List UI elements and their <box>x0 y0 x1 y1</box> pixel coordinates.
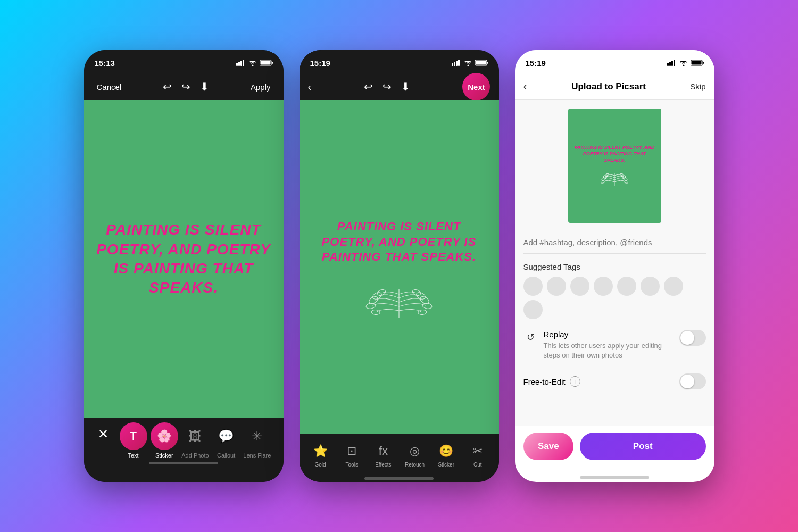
tool-retouch-label: Retouch <box>405 462 425 468</box>
tools-1: T Text 🌸 Sticker 🖼 Add Photo 💬 Callout ✳ <box>113 422 278 459</box>
replay-toggle[interactable] <box>679 330 706 346</box>
signal-icon-3 <box>667 60 677 66</box>
preview-canvas-text: PAINTING IS SILENT POETRY, AND POETRY IS… <box>568 140 661 168</box>
back-icon-2[interactable]: ‹ <box>308 81 312 93</box>
svg-rect-26 <box>671 61 673 66</box>
tag-4[interactable] <box>594 277 613 296</box>
svg-rect-24 <box>667 63 669 66</box>
upload-content: PAINTING IS SILENT POETRY, AND POETRY IS… <box>515 100 714 426</box>
tag-7[interactable] <box>664 277 683 296</box>
home-indicator-1 <box>149 462 218 464</box>
replay-icon: ↺ <box>523 330 538 345</box>
phone-3: 15:19 ‹ Upload to Picsart Skip <box>515 50 714 482</box>
preview-leaf-svg <box>593 170 636 189</box>
status-bar-1: 15:13 <box>84 50 284 73</box>
svg-rect-0 <box>236 63 238 66</box>
svg-rect-10 <box>458 60 460 66</box>
effects-icon: fx <box>375 443 392 460</box>
tool-text-label: Text <box>128 452 139 459</box>
back-button-3[interactable]: ‹ <box>523 80 527 94</box>
tool-callout[interactable]: 💬 Callout <box>212 422 240 459</box>
tool-text[interactable]: T Text <box>120 422 147 459</box>
replay-description: This lets other users apply your editing… <box>544 341 673 360</box>
svg-point-37 <box>622 176 628 181</box>
canvas-area-2: PAINTING IS SILENT POETRY, AND POETRY IS… <box>300 100 499 434</box>
wifi-icon-2 <box>464 60 472 66</box>
leaf-decoration <box>346 281 452 326</box>
tag-3[interactable] <box>570 277 589 296</box>
canvas-text-1: PAINTING IS SILENT POETRY, AND POETRY IS… <box>84 210 284 309</box>
undo-icon[interactable]: ↩ <box>163 80 172 93</box>
tool-effects[interactable]: fx Effects <box>369 443 398 468</box>
tool-effects-label: Effects <box>375 462 391 468</box>
svg-point-32 <box>603 174 608 178</box>
svg-rect-5 <box>272 62 273 64</box>
bottom-actions: Save Post <box>515 426 714 473</box>
status-time-3: 15:19 <box>526 59 546 68</box>
sticker-icon-2: 😊 <box>438 443 455 460</box>
status-icons-2 <box>452 60 488 66</box>
post-button[interactable]: Post <box>580 433 705 460</box>
leaf-svg <box>346 281 452 323</box>
svg-point-18 <box>371 310 380 315</box>
signal-icon-2 <box>452 60 461 66</box>
battery-icon <box>260 60 273 66</box>
tool-sticker[interactable]: 🌸 Sticker <box>151 422 178 459</box>
svg-point-33 <box>601 176 606 181</box>
svg-rect-7 <box>452 63 453 66</box>
svg-rect-27 <box>674 60 675 66</box>
save-button[interactable]: Save <box>523 433 574 460</box>
tool-add-photo[interactable]: 🖼 Add Photo <box>181 422 209 459</box>
upload-header: ‹ Upload to Picsart Skip <box>515 73 714 100</box>
cut-icon: ✂ <box>469 443 486 460</box>
tool-sticker-2-label: Sticker <box>438 462 454 468</box>
skip-button[interactable]: Skip <box>690 82 705 91</box>
svg-rect-8 <box>454 62 455 66</box>
download-icon-2[interactable]: ⬇ <box>401 80 410 93</box>
info-icon[interactable]: i <box>570 376 580 387</box>
sticker-icon: 🌸 <box>151 422 178 450</box>
gold-icon: ⭐ <box>312 443 329 460</box>
suggested-tags <box>523 277 706 319</box>
download-icon[interactable]: ⬇ <box>200 80 209 93</box>
free-edit-left: Free-to-Edit i <box>523 376 580 387</box>
description-input[interactable] <box>523 231 706 254</box>
phone-1: 15:13 Cancel ↩ ↪ ⬇ Apply <box>84 50 284 482</box>
replay-title: Replay <box>544 330 673 339</box>
apply-button[interactable]: Apply <box>246 80 275 94</box>
tool-gold[interactable]: ⭐ Gold <box>306 443 335 468</box>
tool-tools[interactable]: ⊡ Tools <box>337 443 367 468</box>
tool-sticker-2[interactable]: 😊 Sticker <box>431 443 461 468</box>
undo-icon-2[interactable]: ↩ <box>364 80 373 93</box>
tool-retouch[interactable]: ◎ Retouch <box>400 443 429 468</box>
tool-lens-flare[interactable]: ✳ Lens Flare <box>243 422 271 459</box>
svg-rect-13 <box>476 61 486 65</box>
close-button[interactable]: ✕ <box>94 422 113 446</box>
redo-icon[interactable]: ↪ <box>181 80 190 93</box>
replay-left: ↺ Replay This lets other users apply you… <box>523 330 673 360</box>
tag-2[interactable] <box>547 277 566 296</box>
tag-8[interactable] <box>523 300 543 319</box>
tool-addphoto-label: Add Photo <box>181 452 209 459</box>
suggested-tags-title: Suggested Tags <box>523 262 706 271</box>
cancel-button[interactable]: Cancel <box>93 80 126 94</box>
tool-callout-label: Callout <box>217 452 235 459</box>
redo-icon-2[interactable]: ↪ <box>383 80 392 93</box>
tag-5[interactable] <box>617 277 636 296</box>
toolbar-icons-2: ↩ ↪ ⬇ <box>364 80 410 93</box>
tool-lensflare-label: Lens Flare <box>243 452 271 459</box>
free-edit-label: Free-to-Edit <box>523 377 566 386</box>
tools-icon: ⊡ <box>343 443 360 460</box>
svg-rect-12 <box>487 62 488 64</box>
svg-rect-2 <box>240 61 242 66</box>
tools-2: ⭐ Gold ⊡ Tools fx Effects ◎ Retouch 😊 St… <box>300 434 499 474</box>
svg-rect-25 <box>669 62 671 66</box>
tag-1[interactable] <box>523 277 543 296</box>
tool-cut[interactable]: ✂ Cut <box>463 443 492 468</box>
next-button[interactable]: Next <box>462 73 490 101</box>
svg-rect-30 <box>691 61 701 65</box>
svg-point-34 <box>601 180 605 184</box>
free-edit-toggle[interactable] <box>679 373 706 389</box>
tool-tools-label: Tools <box>346 462 358 468</box>
tag-6[interactable] <box>641 277 660 296</box>
